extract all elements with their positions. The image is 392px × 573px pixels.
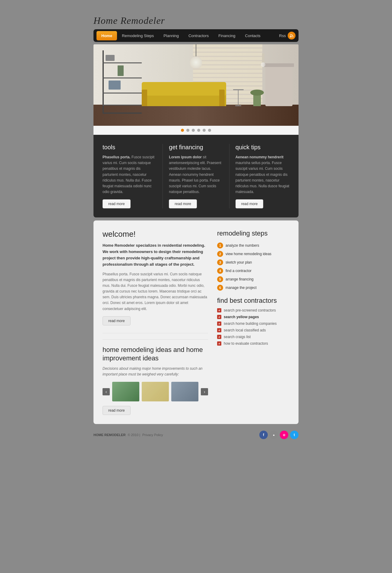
welcome-body: Phasellus porta. Fusce suscipit varius m…: [103, 271, 208, 312]
footer-site-name: HOME REMODELER: [93, 433, 125, 437]
site-title: Home Remodeler: [93, 15, 299, 26]
contractor-icon-6: [217, 341, 221, 346]
slider-dot-2[interactable]: [186, 129, 189, 132]
slider-dot-1[interactable]: [181, 129, 184, 132]
ideas-intro: Decisions about making major home improv…: [103, 366, 208, 377]
contractor-link-1[interactable]: search pre-screened contractors: [217, 308, 289, 312]
thumbnail-2[interactable]: [142, 382, 169, 401]
nav-bar: Home Remodeling Steps Planning Contracto…: [93, 29, 299, 42]
flickr-icon[interactable]: ✿: [280, 431, 288, 439]
contractor-link-3[interactable]: search home building companies: [217, 321, 289, 326]
step-item-5[interactable]: 5 arrange financing: [217, 276, 289, 282]
ideas-title: home remodeling ideas and home improveme…: [103, 346, 208, 363]
contractor-icon-5: [217, 335, 221, 339]
financing-col: get financing Lorem ipsum dolor sit amet…: [163, 144, 229, 208]
dark-section: tools Phasellus porta. Fusce suscipit va…: [93, 135, 299, 217]
nav-item-planning[interactable]: Planning: [159, 31, 184, 40]
financing-text: Lorem ipsum dolor sit ametonseetpiscing …: [169, 154, 223, 195]
social-icons: f ● ✿ t: [259, 431, 299, 439]
tools-col: tools Phasellus porta. Fusce suscipit va…: [103, 144, 163, 208]
contractor-link-text-1: search pre-screened contractors: [224, 308, 276, 312]
footer-info: HOME REMODELER © 2010 | Privacy Policy: [93, 433, 163, 437]
contractor-link-text-2: search yellow pages: [224, 315, 259, 319]
financing-text-bold: Lorem ipsum dolor: [169, 155, 202, 159]
step-item-2[interactable]: 2 view home remodeling ideas: [217, 251, 289, 257]
step-num-3: 3: [217, 259, 223, 265]
contractor-link-6[interactable]: how to evaluate contractors: [217, 341, 289, 346]
tips-text: Aenean nonummy hendrerit maurisha sellus…: [236, 154, 289, 195]
tools-title: tools: [103, 144, 156, 151]
slider-dot-6[interactable]: [208, 129, 211, 132]
nav-item-contacts[interactable]: Contacts: [240, 31, 265, 40]
step-num-6: 6: [217, 285, 223, 291]
step-item-4[interactable]: 4 find a contractor: [217, 268, 289, 274]
slider-dot-4[interactable]: [197, 129, 200, 132]
contractor-link-text-3: search home building companies: [224, 321, 277, 326]
thumbnail-1[interactable]: [112, 382, 139, 401]
step-text-5: arrange financing: [226, 277, 254, 281]
carousel-next-button[interactable]: ›: [201, 388, 208, 395]
welcome-intro: Home Remodeler specializes in residentia…: [103, 242, 208, 268]
welcome-read-more-button[interactable]: read more: [103, 316, 131, 325]
contractor-icon-4: [217, 328, 221, 332]
main-left: welcome! Home Remodeler specializes in r…: [103, 230, 208, 415]
tips-text-body: maurisha sellus porta. Fusce suscipit va…: [236, 161, 289, 194]
steps-title: remodeling steps: [217, 230, 289, 237]
step-text-4: find a contractor: [226, 269, 251, 273]
financing-read-more-button[interactable]: read more: [169, 199, 197, 208]
thumbnail-carousel: ‹ ›: [103, 382, 208, 401]
slider-dots: [93, 126, 299, 135]
find-contractors-title: find best contractors: [217, 297, 289, 305]
footer-copyright: © 2010 |: [128, 433, 140, 437]
contractor-icon-3: [217, 321, 221, 326]
nav-item-remodeling-steps[interactable]: Remodeling Steps: [117, 31, 159, 40]
footer: HOME REMODELER © 2010 | Privacy Policy f…: [93, 427, 299, 443]
twitter-icon[interactable]: t: [290, 431, 299, 439]
contractor-link-text-6: how to evaluate contractors: [224, 341, 268, 346]
contractor-link-5[interactable]: search craigs list: [217, 335, 289, 339]
slider-dot-3[interactable]: [192, 129, 195, 132]
tips-title: quick tips: [236, 144, 289, 151]
footer-privacy-link[interactable]: Privacy Policy: [142, 433, 163, 437]
step-item-6[interactable]: 6 manage the project: [217, 285, 289, 291]
tools-text-body: Fusce suscipit varius mi. Cum sociis nat…: [103, 155, 154, 194]
rss-label: Rss: [279, 33, 286, 38]
step-text-3: sketch your plan: [226, 260, 252, 264]
rss-icon: [288, 32, 296, 40]
contractor-icon-2: [217, 315, 221, 319]
main-right: remodeling steps 1 analyze the numbers 2…: [217, 230, 289, 415]
thumbnail-3[interactable]: [171, 382, 198, 401]
carousel-prev-button[interactable]: ‹: [103, 388, 110, 395]
hero-area: [93, 44, 299, 126]
social-circle-icon[interactable]: ●: [270, 431, 278, 439]
step-item-1[interactable]: 1 analyze the numbers: [217, 242, 289, 249]
contractor-link-4[interactable]: search local classified ads: [217, 328, 289, 332]
tips-read-more-button[interactable]: read more: [236, 199, 264, 208]
tools-text: Phasellus porta. Fusce suscipit varius m…: [103, 154, 156, 195]
nav-item-home[interactable]: Home: [96, 31, 117, 40]
slider-dot-5[interactable]: [203, 129, 206, 132]
contractor-link-2[interactable]: search yellow pages: [217, 315, 289, 319]
rss-area[interactable]: Rss: [279, 32, 296, 40]
financing-title: get financing: [169, 144, 223, 151]
welcome-title: welcome!: [103, 230, 208, 239]
contractor-icon-1: [217, 308, 221, 312]
ideas-section: home remodeling ideas and home improveme…: [103, 339, 208, 415]
nav-item-contractors[interactable]: Contractors: [184, 31, 213, 40]
financing-text-body: sit ametonseetpiscing elit. Praesent ves…: [169, 155, 221, 194]
main-section: welcome! Home Remodeler specializes in r…: [93, 220, 299, 424]
tools-read-more-button[interactable]: read more: [103, 199, 131, 208]
step-item-3[interactable]: 3 sketch your plan: [217, 259, 289, 265]
step-num-1: 1: [217, 242, 223, 249]
step-text-2: view home remodeling ideas: [226, 252, 271, 256]
facebook-icon[interactable]: f: [259, 431, 268, 439]
step-num-2: 2: [217, 251, 223, 257]
contractor-link-text-5: search craigs list: [224, 335, 251, 339]
tools-text-bold: Phasellus porta.: [103, 155, 131, 159]
contractor-link-text-4: search local classified ads: [224, 328, 266, 332]
nav-item-financing[interactable]: Financing: [213, 31, 240, 40]
tips-col: quick tips Aenean nonummy hendrerit maur…: [229, 144, 289, 208]
step-text-1: analyze the numbers: [226, 243, 259, 248]
step-text-6: manage the project: [226, 286, 257, 290]
ideas-read-more-button[interactable]: read more: [103, 406, 131, 415]
